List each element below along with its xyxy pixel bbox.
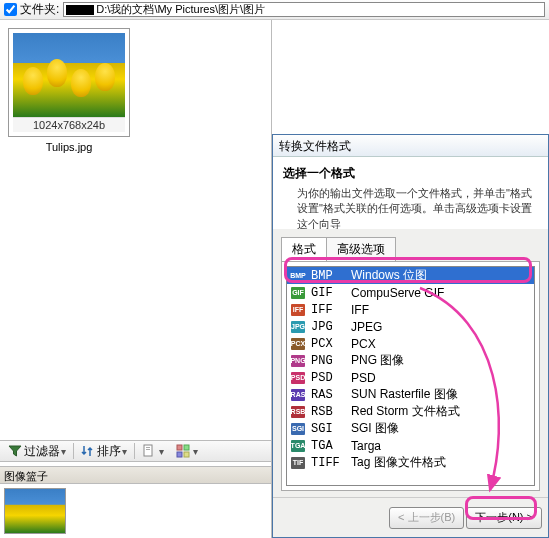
folder-bar: 文件夹: D:\我的文档\My Pictures\图片\图片 (0, 0, 549, 20)
format-ext: PSD (311, 371, 345, 385)
format-row-psd[interactable]: PSDPSDPSD (287, 369, 534, 386)
format-icon: PSD (291, 372, 305, 384)
format-row-pcx[interactable]: PCXPCXPCX (287, 335, 534, 352)
thumbnail-dimensions: 1024x768x24b (13, 117, 125, 132)
format-ext: PNG (311, 354, 345, 368)
thumbnail-image (13, 33, 125, 117)
funnel-icon (8, 444, 22, 458)
format-desc: Tag 图像文件格式 (351, 454, 446, 471)
wizard-heading: 选择一个格式 (283, 165, 538, 182)
format-icon: BMP (291, 270, 305, 282)
wizard-description: 为你的输出文件选取一个文件格式，并单击"格式设置"格式关联的任何选项。单击高级选… (297, 186, 538, 232)
chevron-down-icon: ▾ (61, 446, 66, 457)
format-desc: SUN Rasterfile 图像 (351, 386, 458, 403)
sort-label: 排序 (97, 443, 121, 460)
svg-rect-1 (146, 447, 150, 448)
page-icon (142, 444, 156, 458)
format-desc: PSD (351, 371, 376, 385)
format-row-gif[interactable]: GIFGIFCompuServe GIF (287, 284, 534, 301)
toolbar-extra-1[interactable]: ▾ (137, 442, 169, 460)
grid-icon (176, 444, 190, 458)
format-icon: PCX (291, 338, 305, 350)
format-ext: SGI (311, 422, 345, 436)
next-button[interactable]: 下一步(N) > (466, 507, 542, 529)
svg-rect-2 (146, 449, 150, 450)
format-icon: TIF (291, 457, 305, 469)
svg-rect-3 (177, 445, 182, 450)
format-desc: SGI 图像 (351, 420, 399, 437)
basket-area (0, 484, 271, 538)
back-button[interactable]: < 上一步(B) (389, 507, 464, 529)
format-desc: PCX (351, 337, 376, 351)
thumbnail-frame: 1024x768x24b (8, 28, 130, 137)
format-ext: TGA (311, 439, 345, 453)
format-icon: TGA (291, 440, 305, 452)
format-ext: IFF (311, 303, 345, 317)
format-desc: Red Storm 文件格式 (351, 403, 460, 420)
sort-button[interactable]: 排序 ▾ (76, 442, 132, 460)
filter-button[interactable]: 过滤器 ▾ (3, 442, 71, 460)
format-icon: GIF (291, 287, 305, 299)
format-desc: JPEG (351, 320, 382, 334)
wizard-body: 格式 高级选项 BMPBMPWindows 位图GIFGIFCompuServe… (273, 229, 548, 497)
svg-rect-6 (184, 452, 189, 457)
format-ext: RAS (311, 388, 345, 402)
format-row-jpg[interactable]: JPGJPGJPEG (287, 318, 534, 335)
folder-path-input[interactable]: D:\我的文档\My Pictures\图片\图片 (63, 2, 545, 17)
format-desc: PNG 图像 (351, 352, 404, 369)
format-icon: RSB (291, 406, 305, 418)
format-row-png[interactable]: PNGPNGPNG 图像 (287, 352, 534, 369)
format-row-iff[interactable]: IFFIFFIFF (287, 301, 534, 318)
wizard-title: 转换文件格式 (273, 135, 548, 157)
format-icon: PNG (291, 355, 305, 367)
wizard-tabs: 格式 高级选项 (281, 237, 540, 261)
filter-label: 过滤器 (24, 443, 60, 460)
format-icon: RAS (291, 389, 305, 401)
format-icon: JPG (291, 321, 305, 333)
format-row-tiff[interactable]: TIFTIFFTag 图像文件格式 (287, 454, 534, 471)
format-icon: SGI (291, 423, 305, 435)
format-list[interactable]: BMPBMPWindows 位图GIFGIFCompuServe GIFIFFI… (286, 266, 535, 486)
basket-thumbnail[interactable] (4, 488, 66, 534)
format-ext: BMP (311, 269, 345, 283)
format-ext: TIFF (311, 456, 345, 470)
tab-format[interactable]: 格式 (281, 237, 327, 261)
format-ext: GIF (311, 286, 345, 300)
toolbar-extra-2[interactable]: ▾ (171, 442, 203, 460)
format-ext: RSB (311, 405, 345, 419)
format-desc: IFF (351, 303, 369, 317)
tab-panel-format: BMPBMPWindows 位图GIFGIFCompuServe GIFIFFI… (281, 261, 540, 491)
wizard-footer: < 上一步(B) 下一步(N) > (273, 497, 548, 537)
format-ext: JPG (311, 320, 345, 334)
convert-format-wizard: 转换文件格式 选择一个格式 为你的输出文件选取一个文件格式，并单击"格式设置"格… (272, 134, 549, 538)
format-ext: PCX (311, 337, 345, 351)
thumbnail-item[interactable]: 1024x768x24b Tulips.jpg (8, 28, 130, 153)
format-desc: Windows 位图 (351, 267, 427, 284)
folder-path-text: D:\我的文档\My Pictures\图片\图片 (96, 2, 265, 17)
format-desc: Targa (351, 439, 381, 453)
format-icon: IFF (291, 304, 305, 316)
chevron-down-icon: ▾ (122, 446, 127, 457)
left-toolbar: 过滤器 ▾ 排序 ▾ ▾ ▾ (0, 440, 271, 462)
sort-icon (81, 444, 95, 458)
format-row-sgi[interactable]: SGISGISGI 图像 (287, 420, 534, 437)
svg-rect-4 (184, 445, 189, 450)
basket-title: 图像篮子 (0, 466, 271, 484)
chevron-down-icon: ▾ (193, 446, 198, 457)
tab-advanced[interactable]: 高级选项 (326, 237, 396, 261)
format-row-ras[interactable]: RASRASSUN Rasterfile 图像 (287, 386, 534, 403)
svg-rect-0 (144, 445, 152, 456)
format-row-tga[interactable]: TGATGATarga (287, 437, 534, 454)
folder-label: 文件夹: (20, 1, 59, 18)
thumbnail-panel: 1024x768x24b Tulips.jpg 过滤器 ▾ 排序 ▾ ▾ (0, 20, 272, 538)
format-desc: CompuServe GIF (351, 286, 444, 300)
format-row-rsb[interactable]: RSBRSBRed Storm 文件格式 (287, 403, 534, 420)
chevron-down-icon: ▾ (159, 446, 164, 457)
svg-rect-5 (177, 452, 182, 457)
format-row-bmp[interactable]: BMPBMPWindows 位图 (287, 267, 534, 284)
redacted-drive (66, 5, 94, 15)
folder-checkbox[interactable] (4, 3, 17, 16)
thumbnail-filename: Tulips.jpg (8, 141, 130, 153)
